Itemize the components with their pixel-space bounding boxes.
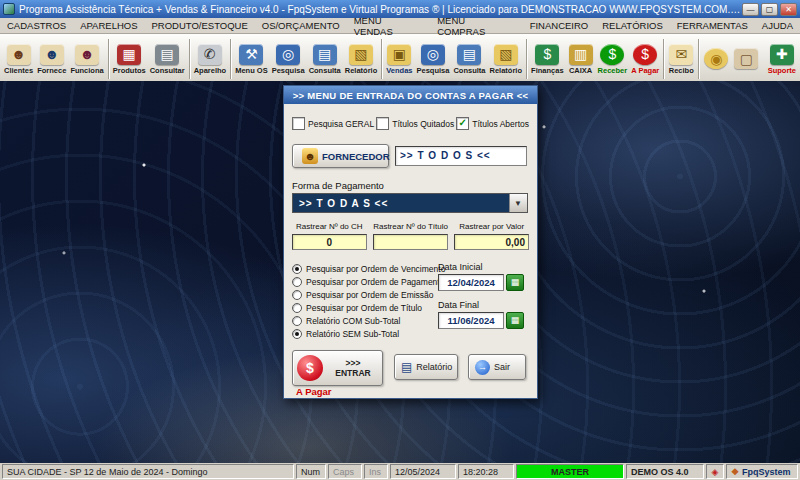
forma-pagamento-select[interactable]: >> T O D A S << ▼ xyxy=(292,193,528,213)
relatorio-button[interactable]: ▤ Relatório xyxy=(394,354,458,380)
toolbar-fornece-button[interactable]: ☻Fornece xyxy=(35,35,68,83)
rastrear-num-ch-label: Rastrear Nº do CH xyxy=(292,222,367,231)
toolbar-pacote-button[interactable]: ▢ xyxy=(731,35,761,83)
toolbar-suporte-button[interactable]: ✚Suporte xyxy=(766,35,798,83)
vendas-label: Vendas xyxy=(386,66,412,75)
toolbar-clientes-button[interactable]: ☻Clientes xyxy=(2,35,35,83)
toolbar-produtos-button[interactable]: ▦Produtos xyxy=(111,35,148,83)
pesquisa-os-label: Pesquisa xyxy=(272,66,305,75)
toolbar-vendas-button[interactable]: ▣Vendas xyxy=(384,35,414,83)
rastreio-fields: Rastrear Nº do CH0Rastrear Nº do TítuloR… xyxy=(292,222,529,250)
relatorio-sem-subtotal-radio-dot[interactable] xyxy=(292,329,302,339)
maximize-button[interactable]: ▢ xyxy=(761,3,778,16)
pesquisa-geral-checkbox-box[interactable] xyxy=(292,117,305,130)
radio-ordem-emissao[interactable]: Pesquisar por Ordem de Emissão xyxy=(292,288,445,301)
titulos-quitados-checkbox-box[interactable] xyxy=(376,117,389,130)
clientes-icon: ☻ xyxy=(7,44,31,65)
fornecedor-button[interactable]: ☻ FORNECEDOR xyxy=(292,144,389,168)
consultar-label: Consultar xyxy=(150,66,185,75)
toolbar-relatorio-vendas-button[interactable]: ▧Relatório xyxy=(488,35,525,83)
minimize-button[interactable]: — xyxy=(742,3,759,16)
recibo-label: Recibo xyxy=(669,66,694,75)
radio-relatorio-sem-subtotal[interactable]: Relatório SEM Sub-Total xyxy=(292,327,445,340)
status-icon-text: ◈ xyxy=(712,467,719,477)
status-location-date: SUA CIDADE - SP 12 de Maio de 2024 - Dom… xyxy=(2,464,294,479)
titulos-abertos-label: Títulos Abertos xyxy=(472,119,529,129)
menu-item-cadastros[interactable]: CADASTROS xyxy=(0,20,73,31)
menu-item-financeiro[interactable]: FINANCEIRO xyxy=(523,20,596,31)
app-icon xyxy=(3,3,15,15)
ordem-emissao-radio-dot[interactable] xyxy=(292,290,302,300)
toolbar-relatorio-os-button[interactable]: ▧Relatório xyxy=(343,35,380,83)
menu-item-ferramentas[interactable]: FERRAMENTAS xyxy=(670,20,755,31)
vendas-icon: ▣ xyxy=(387,44,411,65)
entrar-button[interactable]: $ >>> ENTRAR xyxy=(292,350,383,386)
menu-item-produto-estoque[interactable]: PRODUTO/ESTOQUE xyxy=(145,20,255,31)
status-user: MASTER xyxy=(516,464,624,479)
rastrear-num-titulo-input[interactable] xyxy=(373,234,448,250)
rastrear-por-valor-label: Rastrear por Valor xyxy=(454,222,529,231)
toolbar-a-pagar-button[interactable]: $A Pagar xyxy=(629,35,661,83)
toolbar-consultar-button[interactable]: ▤Consultar xyxy=(148,35,187,83)
data-final-calendar-icon[interactable]: ▦ xyxy=(506,312,524,329)
menu-item-ajuda[interactable]: AJUDA xyxy=(755,20,800,31)
toolbar-financas-button[interactable]: $Finanças xyxy=(529,35,566,83)
exit-arrow-icon: → xyxy=(475,360,490,375)
menu-item-menu-compras[interactable]: MENU COMPRAS xyxy=(430,15,522,37)
rastrear-num-ch-input[interactable]: 0 xyxy=(292,234,367,250)
checkbox-row: Pesquisa GERALTítulos Quitados✓Títulos A… xyxy=(292,117,529,130)
radio-relatorio-com-subtotal[interactable]: Relatório COM Sub-Total xyxy=(292,314,445,327)
clientes-label: Clientes xyxy=(4,66,33,75)
toolbar-separator xyxy=(108,39,109,79)
checkbox-titulos-abertos[interactable]: ✓Títulos Abertos xyxy=(456,117,529,130)
toolbar-separator xyxy=(381,39,382,79)
menu-item-os-orcamento[interactable]: OS/ORÇAMENTO xyxy=(255,20,347,31)
ordem-vencimento-radio-dot[interactable] xyxy=(292,264,302,274)
data-inicial-calendar-icon[interactable]: ▦ xyxy=(506,274,524,291)
toolbar-recibo-button[interactable]: ✉Recibo xyxy=(666,35,696,83)
radio-ordem-titulo[interactable]: Pesquisar por Ordem de Título xyxy=(292,301,445,314)
consulta-vendas-icon: ▤ xyxy=(457,44,481,65)
close-button[interactable]: ✕ xyxy=(780,3,797,16)
relatorio-os-icon: ▧ xyxy=(349,44,373,65)
relatorio-com-subtotal-radio-dot[interactable] xyxy=(292,316,302,326)
ordem-pagamento-label: Pesquisar por Ordem de Pagamento xyxy=(306,277,444,287)
radio-ordem-vencimento[interactable]: Pesquisar por Ordem de Vencimento xyxy=(292,262,445,275)
titulos-abertos-checkbox-box[interactable]: ✓ xyxy=(456,117,469,130)
toolbar-aparelho-button[interactable]: ✆Aparelho xyxy=(192,35,229,83)
toolbar-moeda-button[interactable]: ◉ xyxy=(701,35,731,83)
toolbar-consulta-vendas-button[interactable]: ▤Consulta xyxy=(451,35,487,83)
checkbox-titulos-quitados[interactable]: Títulos Quitados xyxy=(376,117,454,130)
pacote-icon: ▢ xyxy=(734,48,758,69)
menu-item-aparelhos[interactable]: APARELHOS xyxy=(73,20,144,31)
toolbar-menu-os-button[interactable]: ⚒Menu OS xyxy=(233,35,270,83)
caixa-label: CAIXA xyxy=(569,66,592,75)
chevron-down-icon[interactable]: ▼ xyxy=(509,194,527,212)
ordem-titulo-radio-dot[interactable] xyxy=(292,303,302,313)
financas-label: Finanças xyxy=(531,66,564,75)
ordem-pagamento-radio-dot[interactable] xyxy=(292,277,302,287)
fornecedor-value-input[interactable]: >> T O D O S << xyxy=(395,146,527,166)
sair-button[interactable]: → Sair xyxy=(468,354,526,380)
statusbar: SUA CIDADE - SP 12 de Maio de 2024 - Dom… xyxy=(0,463,800,480)
financas-icon: $ xyxy=(535,44,559,65)
rastrear-por-valor-input[interactable]: 0,00 xyxy=(454,234,529,250)
toolbar-pesquisa-os-button[interactable]: ◎Pesquisa xyxy=(270,35,307,83)
radio-ordem-pagamento[interactable]: Pesquisar por Ordem de Pagamento xyxy=(292,275,445,288)
checkbox-pesquisa-geral[interactable]: Pesquisa GERAL xyxy=(292,117,374,130)
data-final-input[interactable]: 11/06/2024 xyxy=(438,312,504,329)
menu-item-relatorios[interactable]: RELATÓRIOS xyxy=(595,20,670,31)
toolbar-funciona-button[interactable]: ☻Funciona xyxy=(68,35,105,83)
relatorio-vendas-label: Relatório xyxy=(490,66,523,75)
menu-item-menu-vendas[interactable]: MENU VENDAS xyxy=(347,15,430,37)
toolbar-receber-button[interactable]: $Receber xyxy=(596,35,630,83)
toolbar-caixa-button[interactable]: ▥CAIXA xyxy=(566,35,596,83)
data-inicial-input[interactable]: 12/04/2024 xyxy=(438,274,504,291)
consulta-os-icon: ▤ xyxy=(313,44,337,65)
rastrear-por-valor-field: Rastrear por Valor0,00 xyxy=(454,222,529,250)
toolbar-pesquisa-vendas-button[interactable]: ◎Pesquisa xyxy=(415,35,452,83)
aparelho-label: Aparelho xyxy=(194,66,227,75)
toolbar-consulta-os-button[interactable]: ▤Consulta xyxy=(307,35,343,83)
ordem-titulo-label: Pesquisar por Ordem de Título xyxy=(306,303,422,313)
menu-os-icon: ⚒ xyxy=(239,44,263,65)
